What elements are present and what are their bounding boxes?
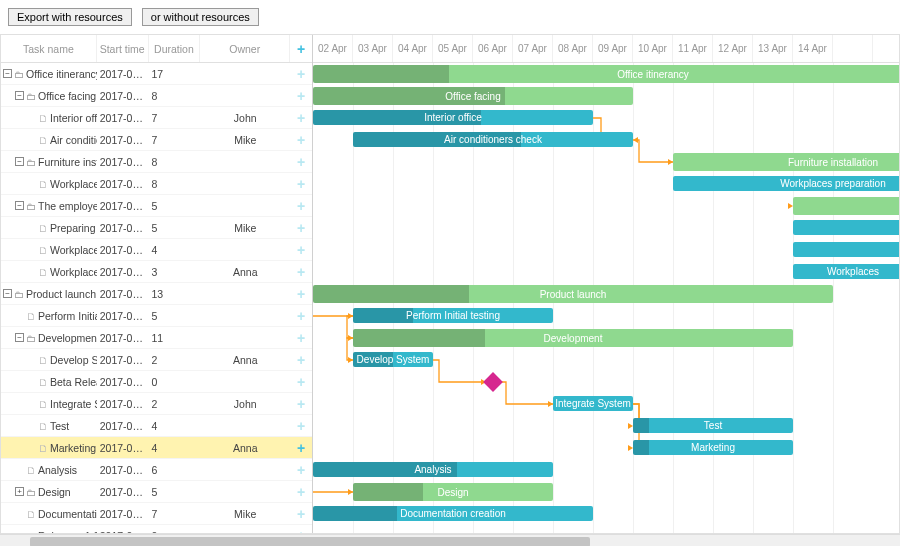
add-subtask-icon[interactable]: +: [297, 308, 305, 324]
parent-bar[interactable]: Development: [353, 329, 793, 347]
grid-row[interactable]: Workplaces preparation2017-04-118+: [1, 173, 312, 195]
task-name: Preparing workplaces: [50, 222, 97, 234]
add-subtask-icon[interactable]: +: [297, 66, 305, 82]
grid-row[interactable]: Perform Initial testing2017-04-035+: [1, 305, 312, 327]
add-subtask-icon[interactable]: +: [297, 506, 305, 522]
parent-bar[interactable]: Furniture installation: [673, 153, 899, 171]
add-subtask-icon[interactable]: +: [297, 396, 305, 412]
add-subtask-icon[interactable]: +: [297, 154, 305, 170]
add-subtask-icon[interactable]: +: [297, 264, 305, 280]
parent-bar[interactable]: Product launch: [313, 285, 833, 303]
grid-row[interactable]: Documentation creation2017-04-027Mike+: [1, 503, 312, 525]
task-name: Furniture installation: [38, 156, 97, 168]
collapse-icon[interactable]: −: [15, 157, 24, 166]
export-without-resources-button[interactable]: or without resources: [142, 8, 259, 26]
add-subtask-icon[interactable]: +: [297, 220, 305, 236]
collapse-icon[interactable]: −: [15, 201, 24, 210]
grid-row[interactable]: Workplaces importation2017-04-144+: [1, 239, 312, 261]
add-subtask-icon[interactable]: +: [297, 374, 305, 390]
bar-row: Marketing: [313, 437, 899, 459]
grid-row[interactable]: Release v1.02017-04-150+: [1, 525, 312, 533]
task-bar[interactable]: Air conditioners check: [353, 132, 633, 147]
task-bar[interactable]: Integrate System: [553, 396, 633, 411]
add-subtask-icon[interactable]: +: [297, 286, 305, 302]
collapse-icon[interactable]: −: [15, 333, 24, 342]
task-name-cell: Perform Initial testing: [1, 310, 97, 322]
cell-owner: Mike: [200, 134, 290, 146]
task-name: Workplaces preparation: [50, 178, 97, 190]
collapse-icon[interactable]: −: [3, 289, 12, 298]
add-subtask-icon[interactable]: +: [297, 440, 305, 456]
add-subtask-icon[interactable]: +: [297, 352, 305, 368]
task-name: Release v1.0: [38, 530, 97, 534]
grid-row[interactable]: −The employees relocation2017-04-145+: [1, 195, 312, 217]
task-bar[interactable]: Analysis: [313, 462, 553, 477]
cell-owner: John: [200, 112, 290, 124]
date-cell: [873, 35, 899, 62]
task-bar[interactable]: [793, 220, 899, 235]
grid-row[interactable]: Workplaces exportation2017-04-143Anna+: [1, 261, 312, 283]
add-subtask-icon[interactable]: +: [297, 242, 305, 258]
bar-label: Air conditioners check: [440, 134, 546, 145]
cell-dur: 6: [149, 464, 201, 476]
chart-body[interactable]: Office itinerancyOffice facingInterior o…: [313, 63, 899, 533]
grid-row[interactable]: Marketing2017-04-104Anna+: [1, 437, 312, 459]
add-subtask-icon[interactable]: +: [297, 88, 305, 104]
grid-row[interactable]: Beta Release2017-04-060+: [1, 371, 312, 393]
add-subtask-icon[interactable]: +: [297, 110, 305, 126]
add-subtask-icon[interactable]: +: [297, 198, 305, 214]
grid-row[interactable]: −Product launch2017-04-0213+: [1, 283, 312, 305]
scroll-thumb[interactable]: [30, 537, 590, 546]
grid-row[interactable]: Preparing workplaces2017-04-145Mike+: [1, 217, 312, 239]
task-name-cell: Release v1.0: [1, 530, 97, 534]
file-icon: [38, 398, 48, 410]
add-subtask-icon[interactable]: +: [297, 418, 305, 434]
grid-row[interactable]: Interior office2017-04-027John+: [1, 107, 312, 129]
add-subtask-icon[interactable]: +: [297, 176, 305, 192]
task-name-cell: Interior office: [1, 112, 97, 124]
grid-row[interactable]: Air conditioners check2017-04-037Mike+: [1, 129, 312, 151]
parent-bar[interactable]: Design: [353, 483, 553, 501]
grid-row[interactable]: Test2017-04-104+: [1, 415, 312, 437]
add-subtask-icon[interactable]: +: [297, 330, 305, 346]
task-bar[interactable]: Develop System: [353, 352, 433, 367]
task-bar[interactable]: Workplaces preparation: [673, 176, 899, 191]
task-bar[interactable]: Test: [633, 418, 793, 433]
task-bar[interactable]: Perform Initial testing: [353, 308, 553, 323]
parent-bar[interactable]: Office itinerancy: [313, 65, 899, 83]
task-bar[interactable]: Workplaces: [793, 264, 899, 279]
grid-row[interactable]: −Office itinerancy2017-04-0217+: [1, 63, 312, 85]
grid-row[interactable]: −Office facing2017-04-028+: [1, 85, 312, 107]
task-name-cell: Integrate System: [1, 398, 97, 410]
task-bar[interactable]: Interior office: [313, 110, 593, 125]
collapse-icon[interactable]: −: [3, 69, 12, 78]
add-subtask-icon[interactable]: +: [297, 132, 305, 148]
add-subtask-icon[interactable]: +: [297, 528, 305, 534]
parent-bar[interactable]: [793, 197, 899, 215]
parent-bar[interactable]: Office facing: [313, 87, 633, 105]
task-bar[interactable]: Documentation creation: [313, 506, 593, 521]
file-icon: [38, 134, 48, 146]
grid-row[interactable]: −Furniture installation2017-04-118+: [1, 151, 312, 173]
task-name: Office facing: [38, 90, 96, 102]
add-task-header[interactable]: +: [290, 35, 312, 62]
add-subtask-icon[interactable]: +: [297, 484, 305, 500]
grid-row[interactable]: Integrate System2017-04-082John+: [1, 393, 312, 415]
task-bar[interactable]: Marketing: [633, 440, 793, 455]
grid-row[interactable]: Develop System2017-04-032Anna+: [1, 349, 312, 371]
add-subtask-icon[interactable]: +: [297, 462, 305, 478]
grid-row[interactable]: −Development2017-04-0311+: [1, 327, 312, 349]
expand-icon[interactable]: +: [15, 487, 24, 496]
grid-row[interactable]: Analysis2017-04-026+: [1, 459, 312, 481]
date-cell: 07 Apr: [513, 35, 553, 62]
collapse-icon[interactable]: −: [15, 91, 24, 100]
grid-body[interactable]: −Office itinerancy2017-04-0217+−Office f…: [1, 63, 312, 533]
horizontal-scrollbar[interactable]: [0, 534, 900, 546]
grid-row[interactable]: +Design2017-04-035+: [1, 481, 312, 503]
export-with-resources-button[interactable]: Export with resources: [8, 8, 132, 26]
milestone[interactable]: [483, 372, 503, 392]
cell-start: 2017-04-02: [97, 464, 149, 476]
cell-start: 2017-04-03: [97, 310, 149, 322]
task-name: Integrate System: [50, 398, 97, 410]
task-bar[interactable]: [793, 242, 899, 257]
